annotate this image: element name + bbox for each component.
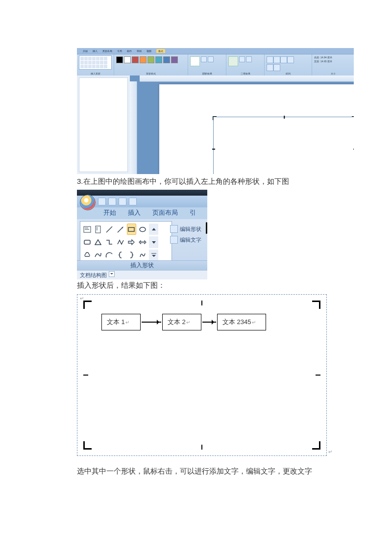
shape-freeform-icon[interactable]: [138, 250, 147, 261]
svg-line-5: [106, 227, 112, 232]
shape-elbow-icon[interactable]: [104, 236, 114, 248]
group-insert-shape: 插入形状: [77, 54, 114, 76]
tab-insert[interactable]: 插入: [122, 206, 147, 219]
shape-line-icon[interactable]: [104, 224, 114, 235]
doc-structure-label[interactable]: 文档结构图: [80, 271, 115, 279]
tab-home[interactable]: 开始: [98, 206, 122, 219]
tab[interactable]: 审阅: [137, 50, 142, 52]
qat-save-icon[interactable]: [98, 198, 106, 205]
qat-redo-icon[interactable]: [119, 198, 126, 205]
qat-more-icon[interactable]: [129, 198, 137, 205]
tab[interactable]: 插入: [93, 50, 98, 52]
shape-ellipse-icon[interactable]: [138, 224, 147, 235]
mid-handle-left[interactable]: [83, 375, 88, 376]
document-page: 开始 插入 页面布局 引用 邮件 审阅 视图 格式 插入形状: [0, 0, 392, 476]
shape-rbrace-icon[interactable]: [127, 250, 137, 261]
tab-pagelayout[interactable]: 页面布局: [147, 206, 184, 219]
screenshot-ribbon-zoom: 开始 插入 页面布局 引: [77, 190, 207, 279]
shape-arrow-line-icon[interactable]: [116, 224, 125, 235]
size-h-label: 高度:: [314, 56, 319, 59]
shape-triangle-icon[interactable]: [94, 236, 103, 248]
shape-gallery[interactable]: [80, 221, 172, 263]
mid-handle-right[interactable]: [316, 375, 320, 376]
tab-ref[interactable]: 引: [184, 206, 202, 219]
svg-marker-10: [152, 228, 156, 230]
step-3-text: 3.在上图中的绘图画布中，你可以插入左上角的各种形状，如下图: [77, 176, 332, 187]
ribbon-body: 插入形状 形状样式: [77, 54, 354, 76]
arrow-connector-1[interactable]: [142, 322, 161, 323]
tab[interactable]: 视图: [147, 50, 151, 52]
gallery-more-icon[interactable]: [149, 250, 159, 261]
shape-roundrect-icon[interactable]: [82, 236, 92, 248]
group-label: 形状样式: [116, 72, 186, 76]
group-3d: 三维效果: [226, 54, 265, 76]
shape-rectangle-icon[interactable]: [127, 224, 137, 235]
size-w-label: 宽度:: [314, 60, 319, 63]
swatch[interactable]: [124, 56, 131, 63]
tab[interactable]: 开始: [83, 50, 88, 52]
edit-shape-icon: [170, 225, 178, 233]
dropdown-icon[interactable]: [109, 271, 115, 277]
group-size: 高度: 14.94 厘米 宽度: 14.65 厘米 大小: [312, 54, 354, 76]
text-box-1[interactable]: 文本 1↵: [101, 314, 141, 330]
group-shape-style: 形状样式: [114, 54, 188, 76]
swatch[interactable]: [132, 56, 139, 63]
swatch[interactable]: [147, 56, 154, 63]
text-box-2[interactable]: 文本 2↵: [162, 314, 201, 330]
shape-doublearrow-icon[interactable]: [138, 236, 147, 248]
shape-cloud-icon[interactable]: [82, 250, 92, 261]
tab[interactable]: 页面布局: [102, 50, 112, 52]
ruler-vertical[interactable]: [130, 81, 137, 174]
edit-shape-button[interactable]: 编辑形状: [170, 225, 204, 233]
edit-text-button[interactable]: 编辑文字: [170, 236, 204, 244]
gallery-expand-icon[interactable]: [160, 224, 170, 261]
shape-arc-icon[interactable]: [104, 250, 114, 261]
swatch[interactable]: [163, 56, 170, 63]
drawing-canvas-selected[interactable]: [213, 117, 354, 174]
tab[interactable]: 引用: [117, 50, 122, 52]
size-h-value[interactable]: 14.94 厘米: [320, 56, 332, 59]
group-shadow: 阴影效果: [188, 54, 226, 76]
style-preview-edge: [206, 222, 207, 234]
arrow-connector-2[interactable]: [202, 322, 216, 323]
text-box-3[interactable]: 文本 2345↵: [217, 314, 266, 330]
navigation-pane[interactable]: [77, 76, 130, 174]
tab[interactable]: 邮件: [127, 50, 132, 52]
shape-lbrace-icon[interactable]: [116, 250, 125, 261]
ribbon-band: 编辑形状 编辑文字 插入形状: [77, 219, 207, 270]
office-button[interactable]: [80, 195, 96, 210]
shape-zigzag-icon[interactable]: [116, 236, 125, 248]
drawing-canvas-result[interactable]: ↵ 文本 1↵ 文本 2↵ 文本 2345↵ ↵: [77, 294, 327, 456]
ruler-horizontal[interactable]: [140, 76, 354, 82]
group-label: 插入形状: [79, 72, 112, 76]
svg-rect-8: [128, 227, 134, 231]
quick-access-toolbar: [77, 196, 207, 207]
canvas-selection[interactable]: 文本 1↵ 文本 2↵ 文本 2345↵: [84, 302, 319, 449]
tab-active[interactable]: 格式: [156, 49, 165, 53]
swatch[interactable]: [155, 56, 162, 63]
svg-line-6: [118, 227, 122, 232]
gallery-down-icon[interactable]: [149, 236, 159, 248]
group-label: 大小: [314, 72, 352, 76]
mid-handle-top[interactable]: [201, 301, 202, 305]
qat-undo-icon[interactable]: [108, 198, 116, 205]
mid-handle-bottom[interactable]: [201, 445, 202, 450]
text-after-insert: 插入形状后，结果如下图：: [77, 281, 332, 290]
ribbon-tabs-zoom: 开始 插入 页面布局 引: [77, 207, 207, 219]
style-swatches[interactable]: [116, 56, 186, 63]
swatch[interactable]: [171, 56, 178, 63]
screenshot-word-full: 开始 插入 页面布局 引用 邮件 审阅 视图 格式 插入形状: [77, 48, 354, 174]
swatch[interactable]: [140, 56, 147, 63]
flow-row: 文本 1↵ 文本 2↵ 文本 2345↵: [101, 314, 266, 330]
text-right-click-info: 选中其中一个形状，鼠标右击，可以进行添加文字，编辑文字，更改文字: [77, 467, 342, 476]
size-w-value[interactable]: 14.65 厘米: [320, 60, 332, 63]
shape-curve-icon[interactable]: [94, 250, 103, 261]
shape-block-arrow-icon[interactable]: [127, 236, 137, 248]
nav-dropdown-bar: 文档结构图: [77, 270, 207, 279]
shape-vtextbox-icon[interactable]: [94, 224, 103, 235]
shape-textbox-icon[interactable]: [82, 224, 92, 235]
gallery-up-icon[interactable]: [149, 224, 159, 235]
shape-gallery-mini[interactable]: [79, 55, 112, 70]
page-paper[interactable]: [159, 84, 354, 174]
swatch[interactable]: [116, 56, 123, 63]
